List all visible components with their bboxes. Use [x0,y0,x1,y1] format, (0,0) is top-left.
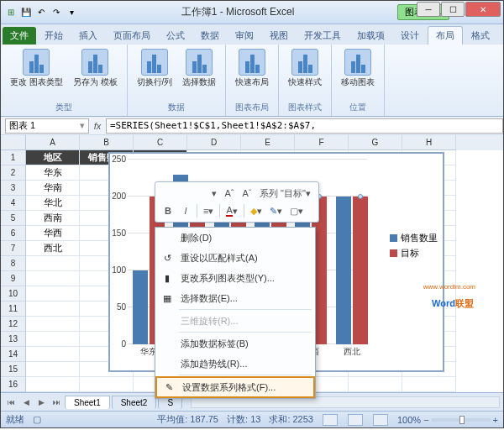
macro-record-icon[interactable]: ▢ [33,414,41,425]
qat-dropdown-icon[interactable]: ▾ [65,6,78,19]
column-header[interactable]: H [402,135,456,150]
series-selector[interactable]: 系列 "目标" ▾ [257,186,313,201]
sheet-nav-prev[interactable]: ◀ [19,396,33,409]
cell[interactable] [80,377,134,392]
row-header[interactable]: 9 [1,271,26,286]
cell[interactable] [26,317,80,332]
row-header[interactable]: 1 [1,150,26,165]
sheet-tab[interactable]: Sheet2 [112,396,157,409]
ribbon-button[interactable]: 另存为 模板 [71,47,120,88]
context-menu-item[interactable]: ✎设置数据系列格式(F)... [155,376,315,398]
font-dropdown[interactable]: ▾ [160,186,219,201]
formula-bar[interactable]: =SERIES(Sheet1!$C$1,Sheet1!$A$2:$A$7, [106,118,503,134]
row-header[interactable]: 12 [1,317,26,332]
cell[interactable] [26,347,80,362]
close-button[interactable]: ✕ [465,2,501,17]
context-menu-item[interactable]: ▦选择数据(E)... [155,288,315,308]
cell[interactable] [26,377,80,392]
ribbon-button[interactable]: 更改 图表类型 [8,47,66,88]
chart-legend[interactable]: 销售数里 目标 [390,229,438,262]
shrink-font-button[interactable]: Aˇ [239,186,255,201]
legend-item[interactable]: 销售数里 [401,232,438,244]
align-button[interactable]: ≡▾ [201,203,216,218]
sheet-nav-last[interactable]: ⏭ [50,396,63,409]
row-header[interactable]: 10 [1,286,26,302]
row-header[interactable]: 15 [1,362,26,377]
cell[interactable]: 西北 [26,241,80,256]
cell[interactable]: 华北 [26,196,80,211]
tab[interactable]: 插入 [71,27,105,45]
tab[interactable]: 开发工具 [297,27,349,45]
undo-icon[interactable]: ↶ [34,6,48,19]
save-icon[interactable]: 💾 [19,6,33,19]
ribbon-button[interactable]: 切换行/列 [134,47,176,88]
row-header[interactable]: 16 [1,377,26,392]
zoom-control[interactable]: 100% −+ [397,415,498,425]
minimize-button[interactable]: ─ [417,2,440,17]
cell[interactable] [26,286,80,302]
sheet-nav-first[interactable]: ⏮ [4,396,18,409]
cell[interactable] [349,377,402,392]
legend-item[interactable]: 目标 [401,247,419,260]
select-all-corner[interactable] [1,135,26,150]
context-menu-item[interactable]: 添加数据标签(B) [155,333,315,354]
sheet-nav-next[interactable]: ▶ [34,396,48,409]
tab[interactable]: 视图 [262,27,296,45]
cell[interactable]: 华南 [26,181,80,196]
context-menu-item[interactable]: ▮更改系列图表类型(Y)... [155,268,315,288]
cell[interactable] [26,256,80,271]
ribbon-button[interactable]: 移动图表 [339,47,377,88]
grow-font-button[interactable]: Aˆ [222,186,237,201]
tab[interactable]: 格式 [464,27,497,45]
view-layout-button[interactable] [348,414,363,426]
tab[interactable]: 设计 [393,27,427,45]
row-header[interactable]: 8 [1,256,26,271]
cell[interactable] [402,377,456,392]
chart-bar[interactable] [336,197,351,344]
outline-button[interactable]: ✎▾ [267,203,285,218]
tab[interactable]: 公式 [159,27,192,45]
column-header[interactable]: B [80,135,134,150]
cell[interactable]: 地区 [26,150,80,165]
tab[interactable]: 页面布局 [106,27,158,45]
row-header[interactable]: 3 [1,181,26,196]
cell[interactable]: 西南 [26,211,80,226]
mini-toolbar[interactable]: ▾ Aˆ Aˇ 系列 "目标" ▾ B I ≡▾ A▾ ◆▾ ✎▾ ▢▾ [155,181,319,223]
tab[interactable]: 数据 [193,27,227,45]
cell[interactable]: 华东 [26,165,80,181]
column-header[interactable]: A [26,135,80,150]
cell[interactable]: 华西 [26,226,80,241]
row-header[interactable]: 13 [1,332,26,347]
chart-bar[interactable] [133,270,148,344]
ribbon-button[interactable]: 选择数据 [180,47,218,88]
row-header[interactable]: 5 [1,211,26,226]
column-header[interactable]: F [295,135,349,150]
maximize-button[interactable]: ☐ [441,2,465,17]
row-header[interactable]: 11 [1,302,26,317]
effects-button[interactable]: ▢▾ [287,203,306,218]
context-menu-item[interactable]: 删除(D) [155,228,315,248]
context-menu[interactable]: 删除(D)↺重设以匹配样式(A)▮更改系列图表类型(Y)...▦选择数据(E).… [155,227,316,399]
row-header[interactable]: 2 [1,165,26,181]
row-header[interactable]: 7 [1,241,26,256]
cell[interactable] [26,362,80,377]
tab-file[interactable]: 文件 [3,27,36,45]
context-menu-item[interactable]: ↺重设以匹配样式(A) [155,248,315,268]
view-pagebreak-button[interactable] [373,414,388,426]
column-header[interactable]: G [349,135,402,150]
font-color-button[interactable]: A▾ [223,203,239,218]
row-header[interactable]: 6 [1,226,26,241]
sheet-tab[interactable]: Sheet1 [65,396,110,409]
view-normal-button[interactable] [323,414,338,426]
tab[interactable]: 开始 [37,27,71,45]
fx-label[interactable]: fx [89,121,106,131]
column-header[interactable]: C [134,135,187,150]
redo-icon[interactable]: ↷ [50,6,63,19]
row-header[interactable]: 14 [1,347,26,362]
column-header[interactable]: E [241,135,295,150]
fill-color-button[interactable]: ◆▾ [248,203,265,218]
tab[interactable]: 布局 [428,26,463,45]
context-menu-item[interactable]: 添加趋势线(R)... [155,354,315,374]
tab[interactable]: 审阅 [228,27,261,45]
ribbon-button[interactable]: 快速布局 [233,47,271,88]
